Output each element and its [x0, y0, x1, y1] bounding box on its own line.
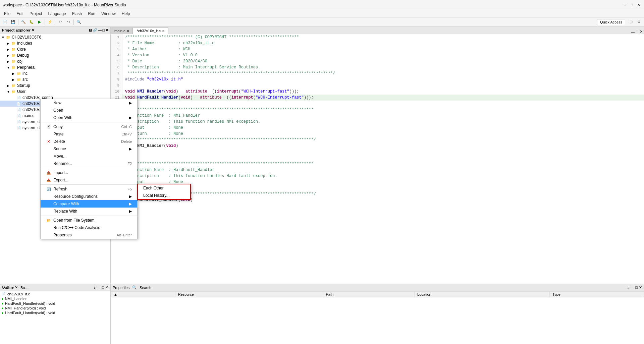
bottom-right-min[interactable]: — [630, 285, 634, 290]
editor-content[interactable]: 1 /*************************** (C) COPYR… [111, 34, 644, 284]
ctx-rename-shortcut: F2 [127, 162, 132, 166]
menu-run[interactable]: Run [85, 11, 98, 17]
col-type: Type [549, 292, 644, 297]
tree-root[interactable]: ▼ 📁 CH32V103C6T6 [0, 34, 110, 40]
editor-min-btn[interactable]: — [631, 30, 635, 34]
submenu-local-history[interactable]: Local History... [138, 192, 190, 199]
ctx-properties[interactable]: Properties Alt+Enter [41, 231, 137, 239]
minimize-button[interactable]: – [623, 2, 628, 8]
menu-window[interactable]: Window [99, 11, 118, 17]
save-btn[interactable]: 💾 [9, 18, 17, 26]
bottom-left-icon1[interactable]: ↕ [94, 285, 96, 290]
redo-btn[interactable]: ↪ [65, 18, 72, 26]
ctx-new[interactable]: New ▶ [41, 99, 137, 107]
outline-nmi2[interactable]: ● NMI_Handler(void) : void [0, 306, 110, 310]
ctx-compare-with[interactable]: Compare With ▶ [41, 200, 137, 208]
quick-access-button[interactable]: Quick Access [597, 19, 625, 25]
ctx-compare-with-arrow: ▶ [129, 202, 132, 206]
minimize-view-btn[interactable]: — [98, 28, 102, 33]
close-view-btn[interactable]: ✕ [105, 28, 108, 33]
ctx-properties-label: Properties [53, 233, 72, 237]
results-table-container: ▲ Resource Path Location Type [111, 291, 644, 344]
code-line-5: 5 * Date : 2020/04/30 [111, 58, 644, 64]
menu-project[interactable]: Project [27, 11, 45, 17]
code-line-9: 9 [111, 82, 644, 89]
menu-language[interactable]: Language [45, 11, 68, 17]
run-btn[interactable]: ▶ [36, 18, 43, 26]
tab-main-c[interactable]: main.c ✕ [111, 27, 133, 34]
tree-core[interactable]: ▶ 📁 Core [0, 46, 110, 52]
tree-obj[interactable]: ▶ 📁 obj [0, 58, 110, 64]
code-line-7: 7 **************************************… [111, 70, 644, 76]
ctx-copy-label: Copy [53, 124, 63, 129]
editor-close-btn[interactable]: ✕ [640, 30, 643, 34]
bottom-left-min[interactable]: — [97, 285, 100, 290]
bottom-left-close[interactable]: ✕ [105, 285, 108, 290]
ctx-refresh[interactable]: 🔄 Refresh F5 [41, 185, 137, 193]
tree-src[interactable]: ▶ 📁 src [0, 76, 110, 82]
maximize-view-btn[interactable]: □ [102, 28, 105, 33]
undo-btn[interactable]: ↩ [57, 18, 64, 26]
code-line-16: * Input : None [111, 125, 644, 131]
ctx-export[interactable]: 📤 Export... [41, 176, 137, 184]
bottom-right-close[interactable]: ✕ [639, 285, 642, 290]
maximize-button[interactable]: □ [629, 2, 635, 8]
search-btn[interactable]: 🔍 [75, 18, 83, 26]
menu-edit[interactable]: Edit [14, 11, 26, 17]
ctx-open-with[interactable]: Open With ▶ [41, 114, 137, 121]
close-button[interactable]: ✕ [636, 2, 641, 8]
bottom-right-max[interactable]: □ [635, 285, 638, 290]
menu-help[interactable]: Help [119, 11, 133, 17]
collapse-btn[interactable]: ⊟ [89, 28, 92, 33]
ctx-run-analysis[interactable]: Run C/C++ Code Analysis [41, 224, 137, 231]
ctx-source[interactable]: Source ▶ [41, 145, 137, 153]
bottom-panel: Outline ✕ Bu... ↕ — □ ✕ 📄 ch32v10x_it.c … [0, 284, 644, 344]
link-btn[interactable]: 🔗 [93, 28, 97, 33]
tree-startup[interactable]: ▶ 📁 Startup [0, 82, 110, 89]
ctx-paste[interactable]: Paste Ctrl+V [41, 130, 137, 138]
code-line-17: * Return : None [111, 131, 644, 137]
ctx-rename[interactable]: Rename... F2 [41, 160, 137, 167]
ctx-import[interactable]: 📥 Import... [41, 169, 137, 176]
sep4 [73, 19, 74, 25]
ctx-open-fs[interactable]: 📂 Open from File System [41, 217, 137, 224]
menu-flash[interactable]: Flash [69, 11, 85, 17]
tab-it-c[interactable]: *ch32v10x_it.c ✕ [133, 27, 168, 34]
outline-nmi[interactable]: ● NMI_Handler [0, 296, 110, 301]
build-btn[interactable]: 🔨 [20, 18, 27, 26]
outline-hardfault1[interactable]: ● HardFault_Handler(void) : void [0, 301, 110, 306]
outline-hardfault2[interactable]: ● HardFault_Handler(void) : void [0, 310, 110, 315]
tree-peripheral[interactable]: ▼ 📁 Peripheral [0, 64, 110, 70]
code-line-2: 2 * File Name : ch32v10x_it.c [111, 40, 644, 46]
editor-max-btn[interactable]: □ [636, 30, 638, 34]
ctx-open[interactable]: Open [41, 107, 137, 114]
tree-includes[interactable]: ▶ 📁 Includes [0, 40, 110, 46]
bottom-right-icon1[interactable]: ↕ [627, 285, 629, 290]
outline-tab[interactable]: Outline ✕ [2, 285, 18, 290]
ctx-resource-config[interactable]: Resource Configurations ▶ [41, 193, 137, 200]
code-line-8: 8 #include "ch32v10x_it.h" [111, 76, 644, 82]
ctx-replace-with[interactable]: Replace With ▶ [41, 208, 137, 215]
menu-file[interactable]: File [1, 11, 13, 17]
new-btn[interactable]: 📄 [1, 18, 9, 26]
build-tab[interactable]: Bu... [20, 286, 28, 290]
bottom-left-max[interactable]: □ [102, 285, 104, 290]
tree-debug[interactable]: ▶ 📁 Debug [0, 52, 110, 58]
ctx-copy[interactable]: ⎘ Copy Ctrl+C [41, 123, 137, 130]
properties-tab[interactable]: Properties [113, 286, 129, 290]
tab-main-c-close[interactable]: ✕ [126, 29, 129, 33]
ctx-move[interactable]: Move... [41, 153, 137, 160]
tab-it-c-close[interactable]: ✕ [162, 29, 165, 33]
outline-file[interactable]: 📄 ch32v10x_it.c [0, 291, 110, 296]
debug-btn[interactable]: 🐛 [28, 18, 35, 26]
search-tab[interactable]: Search [140, 286, 151, 290]
ctx-delete[interactable]: ✕ Delete Delete [41, 138, 137, 145]
ctx-sep1 [41, 122, 137, 122]
settings-btn[interactable]: ⚙ [635, 18, 643, 26]
perspective-btn[interactable]: ⊞ [627, 18, 635, 26]
tab-main-c-label: main.c [114, 29, 125, 33]
submenu-each-other[interactable]: Each Other [138, 184, 190, 192]
tree-user[interactable]: ▼ 📁 User [0, 89, 110, 95]
flash-btn[interactable]: ⚡ [46, 18, 54, 26]
tree-inc[interactable]: ▶ 📁 inc [0, 70, 110, 76]
